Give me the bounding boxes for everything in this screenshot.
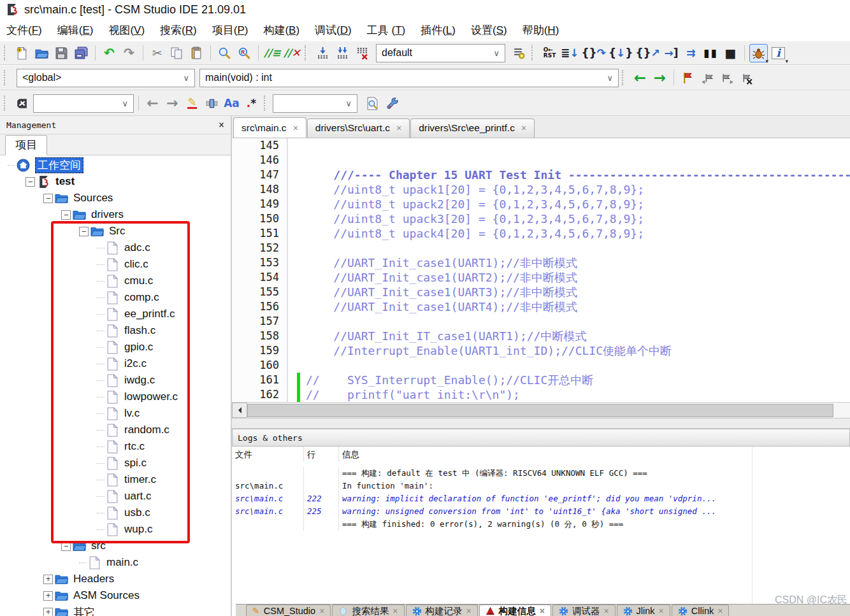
tree-item-ee_printf.c[interactable]: ee_printf.c [0, 306, 231, 322]
tree-item-lowpower.c[interactable]: lowpower.c [0, 389, 231, 405]
editor-tab-src_main.c[interactable]: src\main.c× [233, 117, 306, 138]
tree-item-Headers[interactable]: +Headers [0, 571, 231, 587]
tree-item-__[interactable]: +其它 [0, 604, 231, 616]
bottom-tab-Cllink[interactable]: Cllink× [672, 605, 730, 616]
incremental-search-input[interactable]: ∨ [33, 94, 134, 113]
step-into-button[interactable]: {↓} [608, 44, 633, 62]
tree-item-iwdg.c[interactable]: iwdg.c [0, 372, 231, 389]
menu-item-e[interactable]: 编辑(E) [57, 23, 94, 38]
back-button[interactable]: ← [631, 69, 649, 87]
close-tab-icon[interactable]: × [319, 606, 324, 616]
tree-item-drivers[interactable]: −drivers [0, 206, 231, 223]
bottom-tab-____[interactable]: 搜索结果× [332, 605, 404, 616]
step-over-button[interactable]: {}↷ [581, 44, 607, 62]
scrollbar-thumb[interactable] [247, 404, 833, 417]
cut-button[interactable]: ✂ [148, 44, 166, 62]
highlight-button[interactable]: ✎ [183, 94, 201, 113]
tree-item-timer.c[interactable]: timer.c [0, 471, 231, 488]
close-tab-icon[interactable]: × [396, 123, 401, 133]
expand-box-icon[interactable]: + [43, 575, 53, 584]
log-row[interactable]: src\main.cIn function 'main': [232, 480, 850, 492]
close-tab-icon[interactable]: × [393, 606, 398, 616]
build-options-button[interactable] [510, 44, 528, 62]
tree-item-____[interactable]: 工作空间 [0, 157, 231, 173]
toolbar-grip[interactable] [4, 96, 8, 111]
tree-item-cmu.c[interactable]: cmu.c [0, 273, 231, 289]
toolbar-grip[interactable] [4, 70, 8, 85]
symbol-select[interactable]: main(void) : int ∨ [199, 69, 619, 87]
options-wrench-button[interactable] [383, 94, 401, 113]
tree-item-rtc.c[interactable]: rtc.c [0, 438, 231, 455]
collapse-box-icon[interactable]: − [25, 177, 35, 187]
copy-button[interactable] [168, 44, 186, 62]
close-panel-icon[interactable]: × [219, 119, 224, 131]
scroll-left-button[interactable] [232, 403, 247, 418]
step-out-button[interactable]: {}↗ [635, 44, 660, 62]
toolbar-grip[interactable] [622, 70, 626, 85]
menu-item-s[interactable]: 设置(S) [471, 23, 507, 38]
collapse-box-icon[interactable]: − [43, 194, 53, 203]
collapse-box-icon[interactable]: − [61, 210, 71, 220]
next-instruction-button[interactable]: ⇉ [682, 44, 700, 62]
horizontal-splitter[interactable] [232, 418, 850, 429]
close-tab-icon[interactable]: × [466, 606, 472, 616]
menu-item-t[interactable]: 工具 (T) [367, 23, 405, 38]
log-column-header[interactable]: 文件 [232, 447, 304, 462]
tree-item-clic.c[interactable]: clic.c [0, 256, 231, 273]
tree-item-spi.c[interactable]: spi.c [0, 455, 231, 471]
close-tab-icon[interactable]: × [659, 606, 664, 616]
rebuild-button[interactable] [353, 44, 371, 62]
bottom-tab-CSM_Studio[interactable]: ✎CSM_Studio× [246, 605, 331, 616]
tree-item-random.c[interactable]: random.c [0, 422, 231, 438]
comment-lines-button[interactable]: //≡ [263, 44, 282, 62]
tree-item-Src[interactable]: −Src [0, 223, 231, 240]
expand-box-icon[interactable]: + [43, 608, 53, 616]
bottom-tab-Jlink[interactable]: Jlink× [617, 605, 670, 616]
compile-button[interactable] [313, 44, 332, 62]
bottom-tab-___[interactable]: 调试器× [552, 605, 616, 616]
bottom-tab-____[interactable]: 构建信息× [479, 605, 551, 616]
redo-button[interactable]: ↷ [120, 44, 138, 62]
new-file-button[interactable] [13, 44, 31, 62]
undo-button[interactable]: ↶ [100, 44, 119, 62]
menu-item-b[interactable]: 构建(B) [263, 23, 299, 38]
reset-button[interactable]: O←RST [540, 44, 559, 62]
log-row[interactable]: src\main.c222warning: implicit declarati… [232, 492, 850, 505]
menu-item-p[interactable]: 项目(P) [212, 23, 249, 38]
toolbar-grip[interactable] [531, 45, 535, 61]
log-row[interactable]: === 构建: default 在 test 中 (编译器: RISCV64 U… [232, 467, 850, 480]
open-file-button[interactable] [32, 44, 51, 62]
info-button[interactable]: i▾ [769, 44, 788, 62]
code-editor[interactable]: 145146147 ///---- Chapter 15 UART Test I… [232, 138, 850, 402]
log-row[interactable]: src\main.c225warning: unsigned conversio… [232, 505, 850, 518]
scrollbar-track[interactable] [247, 403, 850, 417]
build-button[interactable] [333, 44, 352, 62]
toolbar-grip[interactable] [4, 45, 8, 61]
collapse-box-icon[interactable]: − [79, 227, 89, 236]
arrow-right-button[interactable]: → [163, 94, 182, 113]
close-tab-icon[interactable]: × [521, 123, 526, 133]
close-tab-icon[interactable]: × [603, 606, 609, 616]
clear-search-button[interactable] [13, 94, 31, 113]
menu-item-l[interactable]: 插件(L) [421, 23, 456, 38]
bottom-tab-____[interactable]: 构建记录× [406, 605, 478, 616]
log-column-header[interactable]: 信息 [339, 447, 850, 462]
tree-item-ASM_Sources[interactable]: +ASM Sources [0, 587, 231, 604]
menu-item-f[interactable]: 文件(F) [6, 23, 42, 38]
paste-button[interactable] [187, 44, 206, 62]
arrow-left-button[interactable]: ← [143, 94, 162, 113]
tree-item-src[interactable]: −src [0, 538, 231, 554]
close-tab-icon[interactable]: × [293, 123, 298, 133]
tree-item-flash.c[interactable]: flash.c [0, 322, 231, 339]
step-statement-button[interactable]: ≣↓ [560, 44, 580, 62]
scope-select[interactable]: <global> ∨ [17, 69, 195, 87]
pause-button[interactable]: ▮▮ [702, 44, 720, 62]
prev-bookmark-button[interactable] [698, 69, 717, 87]
toolbar-grip[interactable] [264, 96, 268, 111]
tree-item-lv.c[interactable]: lv.c [0, 405, 231, 422]
forward-button[interactable]: → [651, 69, 669, 87]
uncomment-lines-button[interactable]: //✕ [283, 44, 301, 62]
next-bookmark-button[interactable] [718, 69, 737, 87]
project-tree[interactable]: 工作空间−test−Sources−drivers−Srcadc.cclic.c… [0, 155, 231, 616]
toggle-bookmark-button[interactable] [679, 69, 697, 87]
